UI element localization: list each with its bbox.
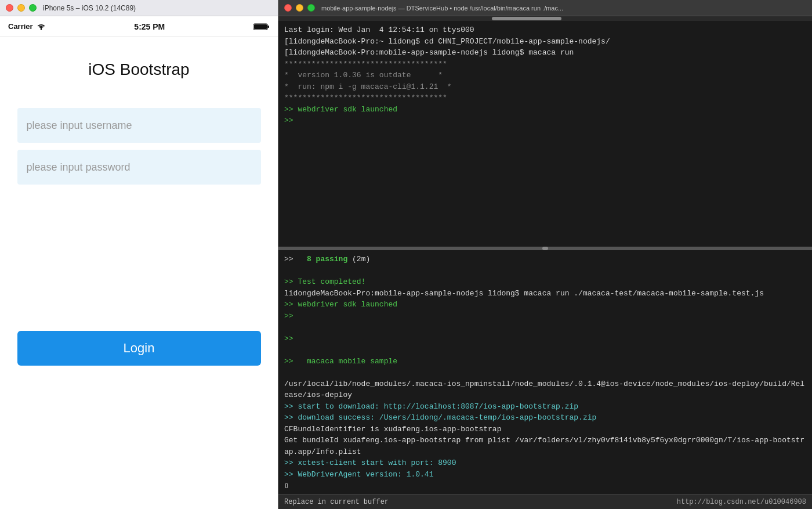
svg-rect-2 bbox=[254, 24, 267, 29]
terminal-horizontal-scrollbar[interactable] bbox=[278, 16, 812, 21]
term-line: * run: npm i -g macaca-cli@1.1.21 * bbox=[284, 81, 806, 93]
ios-statusbar: Carrier 5:25 PM bbox=[0, 16, 278, 37]
terminal-footer-status: Replace in current buffer bbox=[284, 498, 389, 506]
term-line bbox=[284, 322, 806, 333]
term-line: Get bundleId xudafeng.ios-app-bootstrap … bbox=[284, 435, 806, 457]
username-input[interactable] bbox=[17, 108, 261, 143]
terminal-panel: mobile-app-sample-nodejs — DTServiceHub … bbox=[278, 0, 812, 509]
term-line: >> WebDriverAgent version: 1.0.41 bbox=[284, 469, 806, 481]
term-line: >> Test completed! bbox=[284, 276, 806, 288]
term-line: CFBundleIdentifier is xudafeng.ios-app-b… bbox=[284, 424, 806, 435]
terminal-top-content[interactable]: Last login: Wed Jan 4 12:54:11 on ttys00… bbox=[278, 21, 812, 247]
term-line: >> download success: /Users/lidong/.maca… bbox=[284, 412, 806, 424]
terminal-bottom-content[interactable]: >> 8 passing (2m) >> Test completed! lid… bbox=[278, 250, 812, 494]
terminal-close-button[interactable] bbox=[284, 4, 292, 12]
term-line: >> webdriver sdk launched bbox=[284, 299, 806, 311]
term-line: [lidongdeMacBook-Pro:~ lidong$ cd CHNI_P… bbox=[284, 36, 806, 48]
carrier-label: Carrier bbox=[8, 22, 33, 31]
ios-titlebar: iPhone 5s – iOS 10.2 (14C89) bbox=[0, 0, 278, 16]
wifi-icon bbox=[37, 23, 46, 30]
term-line: >> bbox=[284, 311, 806, 322]
terminal-maximize-button[interactable] bbox=[307, 4, 315, 12]
ios-titlebar-text: iPhone 5s – iOS 10.2 (14C89) bbox=[43, 4, 136, 12]
term-line: lidongdeMacBook-Pro:mobile-app-sample-no… bbox=[284, 288, 806, 299]
terminal-footer: Replace in current buffer http://blog.cs… bbox=[278, 494, 812, 509]
terminal-title-text: mobile-app-sample-nodejs — DTServiceHub … bbox=[321, 5, 563, 12]
term-line: [lidongdeMacBook-Pro:mobile-app-sample-n… bbox=[284, 47, 806, 59]
term-line: >> 8 passing (2m) bbox=[284, 254, 806, 265]
term-line bbox=[284, 344, 806, 356]
term-line: /usr/local/lib/node_modules/.macaca-ios_… bbox=[284, 378, 806, 401]
ios-simulator-panel: iPhone 5s – iOS 10.2 (14C89) Carrier 5:2… bbox=[0, 0, 278, 509]
terminal-footer-url: http://blog.csdn.net/u010046908 bbox=[677, 498, 806, 506]
divider-handle[interactable] bbox=[542, 247, 548, 250]
app-title: iOS Bootstrap bbox=[88, 60, 189, 79]
term-cursor-line: ▯ bbox=[284, 480, 806, 492]
svg-rect-3 bbox=[267, 26, 269, 28]
maximize-button[interactable] bbox=[29, 4, 37, 12]
statusbar-battery bbox=[253, 23, 270, 31]
terminal-pane-divider[interactable] bbox=[278, 247, 812, 250]
term-line bbox=[284, 265, 806, 277]
term-line: >> webdriver sdk launched bbox=[284, 104, 806, 115]
term-line: Last login: Wed Jan 4 12:54:11 on ttys00… bbox=[284, 24, 806, 36]
terminal-titlebar: mobile-app-sample-nodejs — DTServiceHub … bbox=[278, 0, 812, 16]
terminal-scrollbar-thumb[interactable] bbox=[492, 17, 561, 20]
password-input[interactable] bbox=[17, 150, 261, 185]
login-button[interactable]: Login bbox=[17, 331, 261, 366]
svg-point-0 bbox=[40, 28, 41, 30]
statusbar-carrier: Carrier bbox=[8, 22, 46, 31]
close-button[interactable] bbox=[6, 4, 13, 12]
term-line: >> bbox=[284, 115, 806, 127]
battery-icon bbox=[253, 23, 270, 31]
minimize-button[interactable] bbox=[17, 4, 25, 12]
terminal-minimize-button[interactable] bbox=[296, 4, 303, 12]
statusbar-time: 5:25 PM bbox=[134, 22, 165, 31]
ios-app-content: iOS Bootstrap Login bbox=[0, 37, 278, 509]
term-line: >> bbox=[284, 333, 806, 345]
term-line: >> start to download: http://localhost:8… bbox=[284, 401, 806, 413]
term-line: * version 1.0.36 is outdate * bbox=[284, 70, 806, 81]
term-line: ************************************ bbox=[284, 59, 806, 70]
term-line bbox=[284, 367, 806, 378]
term-line: >> xctest-client start with port: 8900 bbox=[284, 457, 806, 469]
term-line: >> macaca mobile sample bbox=[284, 356, 806, 367]
term-line: ************************************ bbox=[284, 92, 806, 104]
